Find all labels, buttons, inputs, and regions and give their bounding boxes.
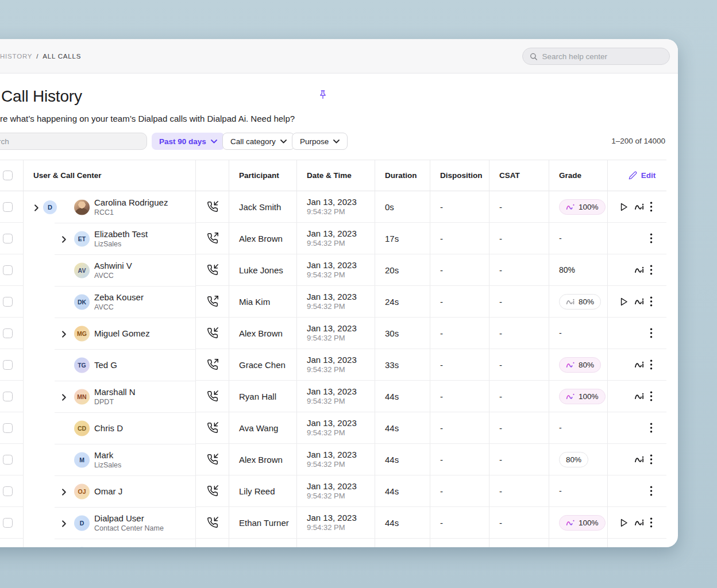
breadcrumb: HISTORY / ALL CALLS xyxy=(0,39,81,74)
grade-value: 100% xyxy=(579,519,599,527)
participant-name: Alex Brown xyxy=(239,328,283,338)
play-recording-button[interactable] xyxy=(618,296,629,307)
user-name: Marshall N xyxy=(94,387,136,397)
date-time-cell: Jan 13, 20239:54:32 PM xyxy=(296,223,375,254)
help-search[interactable] xyxy=(522,48,670,65)
csat-cell: - xyxy=(489,412,549,444)
row-actions-cell xyxy=(607,444,666,475)
col-date-time[interactable]: Date & Time xyxy=(296,160,375,191)
user-cell[interactable]: TG Ted G xyxy=(23,349,195,381)
breadcrumb-parent[interactable]: HISTORY xyxy=(0,53,32,60)
user-cell[interactable]: D Dialpad User xyxy=(23,539,195,547)
user-cell[interactable]: CD Chris D xyxy=(23,412,195,444)
user-cell[interactable]: D Carolina Rodriguez RCC1 xyxy=(23,191,195,223)
user-cell[interactable]: ET Elizabeth Test LizSales xyxy=(23,223,195,254)
grade-cell: 100% xyxy=(549,381,607,412)
help-search-input[interactable] xyxy=(542,52,662,61)
row-menu-button[interactable] xyxy=(650,517,653,528)
duration-cell: 44s xyxy=(375,412,430,444)
ai-transcript-button[interactable] xyxy=(634,297,645,306)
row-checkbox[interactable] xyxy=(3,360,13,370)
expand-chevron-icon[interactable] xyxy=(61,235,67,242)
pencil-icon xyxy=(629,171,637,180)
row-menu-button[interactable] xyxy=(650,202,653,212)
call-direction-cell xyxy=(195,444,229,475)
expand-chevron-icon[interactable] xyxy=(61,488,67,495)
row-checkbox[interactable] xyxy=(3,423,13,433)
select-all-checkbox[interactable] xyxy=(3,171,13,180)
purpose-filter[interactable]: Purpose xyxy=(292,133,348,150)
date-time-cell: Jan 13, 20239:54:32 PM xyxy=(296,318,375,349)
row-menu-button[interactable] xyxy=(650,359,653,370)
disposition-cell: - xyxy=(430,191,489,223)
play-recording-button[interactable] xyxy=(618,202,629,212)
row-checkbox[interactable] xyxy=(3,392,13,401)
call-time: 9:54:32 PM xyxy=(307,207,357,216)
expand-chevron-icon[interactable] xyxy=(61,393,67,400)
kebab-menu-icon xyxy=(650,328,653,338)
chevron-down-icon xyxy=(280,140,287,144)
row-checkbox[interactable] xyxy=(3,518,13,528)
call-direction-cell xyxy=(195,286,229,318)
ai-transcript-button[interactable] xyxy=(634,265,645,274)
ai-transcript-button[interactable] xyxy=(634,455,645,464)
grade-pill: 100% xyxy=(559,515,606,531)
row-menu-button[interactable] xyxy=(650,423,653,433)
user-cell[interactable]: OJ Omar J xyxy=(23,475,195,507)
row-checkbox[interactable] xyxy=(3,328,13,338)
expand-chevron-icon[interactable] xyxy=(61,330,67,337)
ai-transcript-button[interactable] xyxy=(634,518,645,527)
user-cell[interactable]: MG Miguel Gomez xyxy=(23,318,195,349)
row-actions-cell xyxy=(607,349,666,381)
col-disposition[interactable]: Disposition xyxy=(430,160,489,191)
outbound-call-icon xyxy=(207,233,218,244)
row-menu-button[interactable] xyxy=(650,391,653,401)
user-cell[interactable]: M Mark LizSales xyxy=(23,444,195,475)
row-checkbox[interactable] xyxy=(3,202,13,212)
date-time-cell: Jan 13, 20239:54:32 PM xyxy=(296,475,375,507)
col-csat[interactable]: CSAT xyxy=(489,160,549,191)
row-checkbox[interactable] xyxy=(3,265,13,275)
col-participant[interactable]: Participant xyxy=(229,160,296,191)
user-cell[interactable]: D Dialpad User Contact Center Name xyxy=(23,507,195,539)
row-menu-button[interactable] xyxy=(650,328,653,338)
play-recording-button[interactable] xyxy=(618,517,629,528)
user-cell[interactable]: AV Ashwini V AVCC xyxy=(23,254,195,286)
col-duration[interactable]: Duration xyxy=(375,160,430,191)
pin-icon[interactable] xyxy=(318,89,329,102)
row-checkbox[interactable] xyxy=(3,234,13,243)
col-grade[interactable]: Grade xyxy=(549,160,607,191)
user-text: Elizabeth Test LizSales xyxy=(94,229,148,249)
ai-transcript-button[interactable] xyxy=(634,202,645,211)
inbound-call-icon xyxy=(207,390,218,402)
date-range-filter[interactable]: Past 90 days xyxy=(152,133,225,150)
row-actions-cell xyxy=(607,507,666,539)
duration-cell: 0s xyxy=(375,191,430,223)
call-search-input[interactable] xyxy=(0,133,147,150)
grade-value: - xyxy=(559,486,562,496)
user-cell[interactable]: MN Marshall N DPDT xyxy=(23,381,195,412)
col-user[interactable]: User & Call Center xyxy=(23,160,195,191)
row-checkbox[interactable] xyxy=(3,486,13,496)
call-direction-cell xyxy=(195,507,229,539)
breadcrumb-current[interactable]: ALL CALLS xyxy=(43,53,81,60)
call-category-filter[interactable]: Call category xyxy=(222,133,295,150)
row-menu-button[interactable] xyxy=(650,296,653,307)
ai-transcript-button[interactable] xyxy=(634,360,645,369)
expand-chevron-icon[interactable] xyxy=(34,203,39,211)
avatar: M xyxy=(74,452,90,467)
row-menu-button[interactable] xyxy=(650,454,653,465)
disposition-cell: - xyxy=(430,475,489,507)
row-actions-cell xyxy=(607,223,666,254)
row-menu-button[interactable] xyxy=(650,265,653,275)
expand-chevron-icon[interactable] xyxy=(61,519,67,527)
avatar: TG xyxy=(74,357,90,373)
call-date: Jan 13, 2023 xyxy=(307,323,357,334)
row-menu-button[interactable] xyxy=(650,486,653,496)
ai-transcript-button[interactable] xyxy=(634,392,645,401)
edit-columns-button[interactable]: Edit xyxy=(607,160,666,191)
row-checkbox[interactable] xyxy=(3,297,13,307)
row-menu-button[interactable] xyxy=(650,233,653,243)
user-cell[interactable]: DK Zeba Kouser AVCC xyxy=(23,286,195,318)
row-checkbox[interactable] xyxy=(3,455,13,465)
